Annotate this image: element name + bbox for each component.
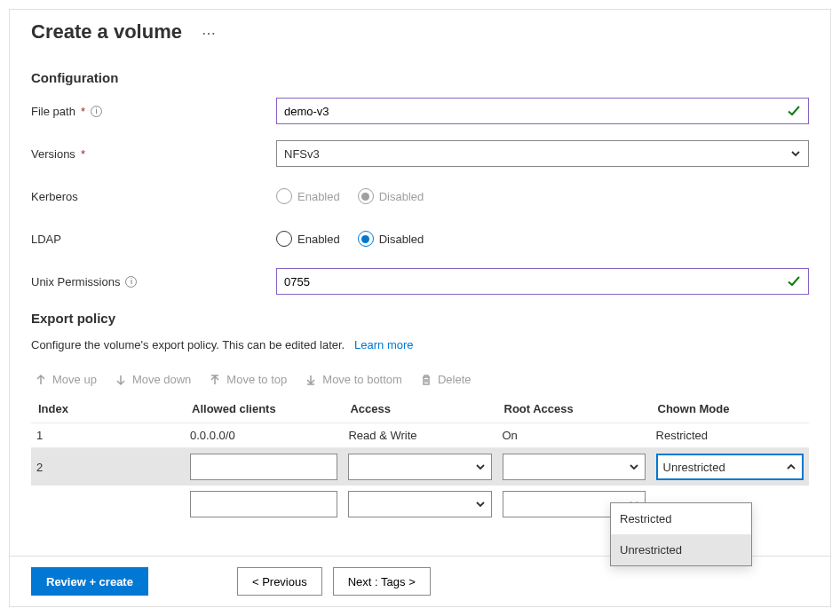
ldap-disabled-radio[interactable]: Disabled [358,231,424,247]
unix-permissions-label: Unix Permissions i [31,275,276,288]
table-row[interactable]: 1 0.0.0.0/0 Read & Write On Restricted [31,423,809,448]
versions-row: Versions * NFSv3 [31,140,809,167]
cell-index: 2 [31,448,185,486]
ldap-radio-group: Enabled Disabled [276,231,809,247]
versions-label: Versions * [31,147,276,161]
col-header-chown[interactable]: Chown Mode [651,395,809,423]
access-select[interactable] [348,454,491,480]
file-path-label-text: File path [31,105,75,118]
create-volume-panel: Create a volume ⋯ Configuration File pat… [9,9,831,607]
move-bottom-button[interactable]: Move to bottom [305,373,402,386]
col-header-clients[interactable]: Allowed clients [185,395,343,423]
previous-button[interactable]: < Previous [237,567,322,596]
chevron-down-icon [475,499,486,509]
chown-mode-select[interactable]: Unrestricted [656,454,804,480]
versions-select[interactable]: NFSv3 [276,140,809,167]
policy-toolbar: Move up Move down Move to top Move to bo… [31,367,809,391]
radio-icon [358,188,374,204]
more-icon[interactable]: ⋯ [202,26,216,41]
kerberos-row: Kerberos Enabled Disabled [31,183,809,209]
configuration-section-title: Configuration [31,70,809,85]
page-title: Create a volume [31,20,182,43]
kerberos-radio-group: Enabled Disabled [276,188,809,204]
check-icon [787,274,801,288]
file-path-label: File path * i [31,105,276,118]
file-path-input-wrap [276,98,809,124]
kerberos-label: Kerberos [31,190,276,203]
arrow-up-icon [35,374,47,386]
trash-icon [420,374,432,386]
move-top-label: Move to top [226,373,287,386]
required-indicator: * [81,105,85,118]
chown-value: Unrestricted [663,461,725,474]
delete-button[interactable]: Delete [420,373,472,386]
ldap-enabled-label: Enabled [297,233,340,246]
move-up-label: Move up [52,373,97,386]
info-icon[interactable]: i [125,276,137,288]
info-icon[interactable]: i [91,106,102,117]
radio-icon [358,231,374,247]
move-down-label: Move down [132,373,191,386]
move-bottom-label: Move to bottom [322,373,402,386]
arrow-bottom-icon [305,374,317,386]
move-top-button[interactable]: Move to top [209,373,287,386]
next-button[interactable]: Next : Tags > [333,567,431,596]
move-down-button[interactable]: Move down [115,373,191,386]
col-header-index[interactable]: Index [31,395,185,423]
cell-clients: 0.0.0.0/0 [185,423,343,448]
chevron-down-icon [629,462,639,472]
chevron-up-icon [786,462,796,472]
export-policy-section-title: Export policy [31,311,809,326]
arrow-down-icon [115,374,127,386]
versions-label-text: Versions [31,147,75,161]
export-policy-description-text: Configure the volume's export policy. Th… [31,338,345,351]
chown-option-restricted[interactable]: Restricted [611,503,751,534]
ldap-enabled-radio[interactable]: Enabled [276,231,340,247]
unix-permissions-label-text: Unix Permissions [31,275,120,288]
chevron-down-icon [790,148,801,159]
allowed-clients-input[interactable] [190,454,337,480]
table-row[interactable]: 2 Unrestricted [31,448,809,486]
cell-root: On [497,423,651,448]
ldap-disabled-label: Disabled [379,233,424,246]
required-indicator: * [81,147,85,161]
kerberos-disabled-label: Disabled [379,190,424,203]
kerberos-enabled-radio: Enabled [276,188,340,204]
arrow-top-icon [209,374,221,386]
file-path-input[interactable] [284,105,787,118]
access-select[interactable] [348,491,491,517]
export-policy-description: Configure the volume's export policy. Th… [31,338,809,351]
check-icon [787,104,801,118]
review-create-button[interactable]: Review + create [31,567,148,596]
col-header-access[interactable]: Access [343,395,496,423]
cell-index: 1 [31,423,185,448]
kerberos-disabled-radio: Disabled [358,188,424,204]
learn-more-link[interactable]: Learn more [354,338,413,351]
radio-icon [276,231,292,247]
allowed-clients-input[interactable] [190,491,337,517]
cell-index [31,486,185,523]
file-path-row: File path * i [31,98,809,124]
chown-option-unrestricted[interactable]: Unrestricted [611,534,751,565]
chown-mode-dropdown: Restricted Unrestricted [610,502,752,566]
kerberos-enabled-label: Enabled [297,190,340,203]
delete-label: Delete [438,373,472,386]
ldap-row: LDAP Enabled Disabled [31,225,809,252]
chevron-down-icon [475,462,486,472]
cell-chown: Restricted [651,423,809,448]
root-access-select[interactable] [503,454,646,480]
col-header-root[interactable]: Root Access [497,395,651,423]
radio-icon [276,188,292,204]
unix-permissions-input-wrap [276,268,809,295]
cell-access: Read & Write [343,423,496,448]
unix-permissions-input[interactable] [284,275,787,288]
ldap-label: LDAP [31,233,276,246]
unix-permissions-row: Unix Permissions i [31,268,809,295]
versions-value: NFSv3 [284,147,790,161]
move-up-button[interactable]: Move up [35,373,97,386]
